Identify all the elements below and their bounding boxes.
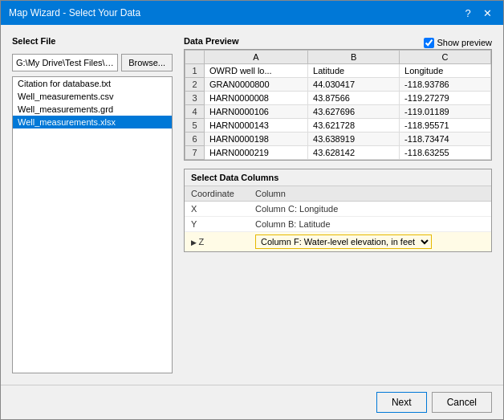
table-cell: 43.628142	[308, 146, 400, 160]
col-header: Column	[249, 186, 491, 202]
data-columns-table: CoordinateColumn XColumn C: LongitudeYCo…	[185, 186, 491, 251]
table-cell: HARN0000219	[205, 146, 308, 160]
table-cell: OWRD well lo...	[205, 64, 308, 78]
dialog-body: Select File Browse... Citation for datab…	[1, 25, 503, 385]
right-panel: Data Preview Show preview ABC 1OWRD well…	[184, 36, 492, 373]
table-cell: 43.621728	[308, 119, 400, 133]
select-data-columns-label: Select Data Columns	[185, 169, 491, 186]
file-path-input[interactable]	[12, 54, 118, 71]
row-num-header	[185, 51, 205, 64]
column-cell: Column C: Longitude	[249, 202, 491, 217]
data-preview-label: Data Preview	[184, 36, 238, 46]
row-num-cell: 2	[185, 78, 205, 92]
left-panel: Select File Browse... Citation for datab…	[12, 36, 173, 373]
file-list: Citation for database.txtWell_measuremen…	[12, 76, 173, 373]
select-file-label: Select File	[12, 36, 173, 46]
coordinate-cell: ▶ Z	[185, 232, 249, 252]
coord-label: X	[191, 204, 197, 214]
data-preview-section: Data Preview Show preview ABC 1OWRD well…	[184, 36, 492, 161]
preview-table-container: ABC 1OWRD well lo...LatitudeLongitude2GR…	[184, 49, 492, 161]
table-cell: -119.01189	[400, 105, 491, 119]
preview-table: ABC 1OWRD well lo...LatitudeLongitude2GR…	[185, 50, 491, 160]
data-preview-header: Data Preview Show preview	[184, 36, 492, 49]
row-num-cell: 7	[185, 146, 205, 160]
preview-col-header: A	[205, 51, 308, 64]
file-item[interactable]: Citation for database.txt	[13, 77, 172, 90]
row-num-cell: 1	[185, 64, 205, 78]
help-button[interactable]: ?	[460, 5, 476, 21]
table-cell: Longitude	[400, 64, 491, 78]
coordinate-cell: X	[185, 202, 249, 217]
row-num-cell: 4	[185, 105, 205, 119]
data-columns-row: YColumn B: Latitude	[185, 217, 491, 232]
table-row: 1OWRD well lo...LatitudeLongitude	[185, 64, 491, 78]
close-button[interactable]: ✕	[479, 5, 495, 21]
table-cell: HARN0000008	[205, 92, 308, 105]
map-wizard-dialog: Map Wizard - Select Your Data ? ✕ Select…	[0, 0, 504, 420]
coordinate-cell: Y	[185, 217, 249, 232]
column-cell: Column F: Water-level elevation, in feet…	[249, 232, 491, 252]
show-preview-checkbox[interactable]	[424, 38, 434, 48]
table-cell: -118.93786	[400, 78, 491, 92]
row-num-cell: 6	[185, 133, 205, 146]
dialog-title: Map Wizard - Select Your Data	[9, 7, 140, 18]
data-columns-row: XColumn C: Longitude	[185, 202, 491, 217]
table-cell: -118.63255	[400, 146, 491, 160]
table-cell: HARN0000198	[205, 133, 308, 146]
coord-label: Y	[191, 219, 197, 229]
col-header: Coordinate	[185, 186, 249, 202]
preview-col-header: C	[400, 51, 491, 64]
z-column-select[interactable]: Column F: Water-level elevation, in feet…	[255, 234, 432, 249]
show-preview-label[interactable]: Show preview	[437, 38, 492, 47]
next-button[interactable]: Next	[376, 392, 427, 413]
show-preview-row: Show preview	[424, 38, 492, 48]
table-cell: -118.95571	[400, 119, 491, 133]
file-path-row: Browse...	[12, 54, 173, 71]
row-num-cell: 5	[185, 119, 205, 133]
file-item[interactable]: Well_measurements.csv	[13, 90, 172, 103]
cancel-button[interactable]: Cancel	[432, 392, 492, 413]
table-row: 6HARN000019843.638919-118.73474	[185, 133, 491, 146]
table-row: 7HARN000021943.628142-118.63255	[185, 146, 491, 160]
column-cell: Column B: Latitude	[249, 217, 491, 232]
table-cell: 44.030417	[308, 78, 400, 92]
table-cell: 43.627696	[308, 105, 400, 119]
preview-col-header: B	[308, 51, 400, 64]
table-row: 2GRAN000080044.030417-118.93786	[185, 78, 491, 92]
table-row: 5HARN000014343.621728-118.95571	[185, 119, 491, 133]
table-cell: HARN0000106	[205, 105, 308, 119]
table-cell: GRAN0000800	[205, 78, 308, 92]
expand-arrow-icon[interactable]: ▶	[191, 239, 199, 247]
file-item[interactable]: Well_measurements.grd	[13, 103, 172, 116]
table-row: 3HARN000000843.87566-119.27279	[185, 92, 491, 105]
coord-label: Z	[199, 237, 205, 247]
browse-button[interactable]: Browse...	[121, 54, 173, 71]
title-bar: Map Wizard - Select Your Data ? ✕	[1, 1, 503, 25]
select-data-columns-section: Select Data Columns CoordinateColumn XCo…	[184, 169, 492, 252]
title-bar-controls: ? ✕	[460, 5, 495, 21]
row-num-cell: 3	[185, 92, 205, 105]
table-row: 4HARN000010643.627696-119.01189	[185, 105, 491, 119]
table-cell: Latitude	[308, 64, 400, 78]
file-item[interactable]: Well_measurements.xlsx	[13, 116, 172, 128]
dialog-footer: Next Cancel	[1, 385, 503, 419]
table-cell: -118.73474	[400, 133, 491, 146]
table-cell: 43.87566	[308, 92, 400, 105]
table-cell: 43.638919	[308, 133, 400, 146]
table-cell: HARN0000143	[205, 119, 308, 133]
data-columns-row: ▶ ZColumn F: Water-level elevation, in f…	[185, 232, 491, 252]
table-cell: -119.27279	[400, 92, 491, 105]
